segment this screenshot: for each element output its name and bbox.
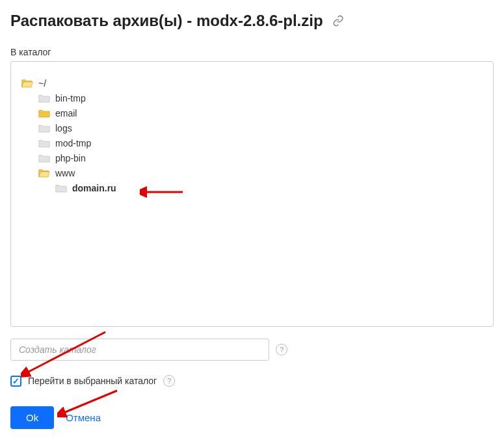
tree-node-label: logs bbox=[55, 123, 72, 133]
goto-catalog-checkbox[interactable]: ✓ bbox=[10, 376, 21, 387]
tree-node[interactable]: domain.ru bbox=[55, 182, 483, 195]
tree-node[interactable]: bin-tmp bbox=[38, 92, 483, 105]
folder-icon bbox=[38, 168, 50, 178]
tree-node-label: ~/ bbox=[38, 78, 46, 89]
tree-node-label: www bbox=[55, 168, 75, 178]
tree-node-label: bin-tmp bbox=[55, 93, 86, 104]
folder-icon bbox=[38, 108, 50, 118]
page-title: Распаковать архив(ы) - modx-2.8.6-pl.zip bbox=[10, 12, 323, 30]
folder-icon bbox=[38, 123, 50, 133]
folder-tree[interactable]: ~/bin-tmpemaillogsmod-tmpphp-binwwwdomai… bbox=[10, 61, 494, 327]
catalog-label: В каталог bbox=[10, 47, 494, 57]
tree-node-label: email bbox=[55, 108, 77, 118]
tree-node-label: domain.ru bbox=[72, 183, 116, 193]
tree-node[interactable]: php-bin bbox=[38, 152, 483, 165]
tree-node[interactable]: logs bbox=[38, 122, 483, 135]
folder-icon bbox=[38, 93, 50, 104]
link-icon[interactable] bbox=[332, 15, 344, 27]
tree-node-label: php-bin bbox=[55, 153, 86, 163]
help-icon[interactable]: ? bbox=[276, 344, 287, 355]
ok-button[interactable]: Ok bbox=[10, 406, 54, 429]
create-catalog-input[interactable] bbox=[10, 339, 269, 361]
tree-node[interactable]: mod-tmp bbox=[38, 137, 483, 150]
tree-node[interactable]: email bbox=[38, 107, 483, 120]
tree-root-node[interactable]: ~/ bbox=[21, 77, 483, 90]
folder-icon bbox=[38, 153, 50, 163]
svg-line-5 bbox=[64, 391, 117, 413]
cancel-button[interactable]: Отмена bbox=[66, 412, 101, 423]
folder-icon bbox=[55, 183, 67, 193]
help-icon[interactable]: ? bbox=[163, 375, 175, 387]
folder-open-icon bbox=[21, 78, 33, 89]
folder-icon bbox=[38, 138, 50, 148]
goto-catalog-label: Перейти в выбранный каталог bbox=[28, 376, 157, 386]
tree-node-label: mod-tmp bbox=[55, 138, 91, 148]
tree-node[interactable]: www bbox=[38, 167, 483, 180]
